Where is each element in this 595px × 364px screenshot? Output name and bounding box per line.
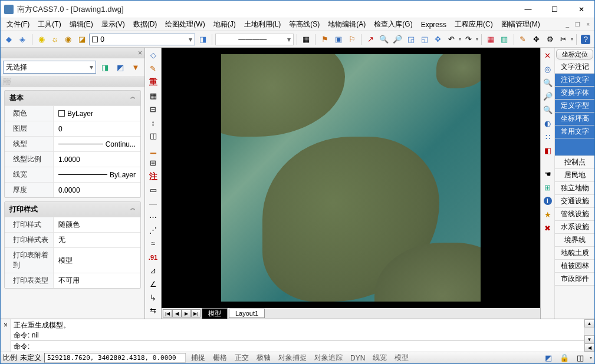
window-minimize[interactable]: —	[515, 1, 541, 18]
category-tab[interactable]: 坐标定位	[556, 49, 593, 59]
vt-join-icon[interactable]: ⊟	[147, 102, 160, 115]
save-icon[interactable]: ▣	[332, 33, 344, 46]
vt-ellipsis-icon[interactable]: ⋰	[147, 224, 160, 237]
vt-p4-icon[interactable]: ⇆	[147, 305, 160, 317]
layer-dropdown[interactable]: 0 ▾	[89, 34, 195, 45]
rv-zoom1-icon[interactable]: 🔍	[541, 76, 554, 89]
vt-p3-icon[interactable]: ↳	[147, 291, 160, 304]
mdi-minimize[interactable]: _	[564, 21, 572, 28]
menu-file[interactable]: 文件(F)	[3, 18, 33, 31]
ritem-coord-elev[interactable]: 坐标坪高	[555, 112, 594, 125]
ritem-vegetation[interactable]: 植被园林	[555, 260, 594, 273]
rv-dots-icon[interactable]: ∷	[541, 130, 554, 143]
sb-polar[interactable]: 极轴	[254, 352, 273, 363]
rv-zoom2-icon[interactable]: 🔎	[541, 90, 554, 102]
menu-contour[interactable]: 等高线(S)	[285, 18, 323, 31]
trim-icon[interactable]: ✂	[557, 33, 570, 46]
menu-check[interactable]: 检查入库(G)	[370, 18, 416, 31]
section-basic-header[interactable]: 基本	[5, 91, 140, 105]
window-close[interactable]: ✕	[568, 1, 594, 18]
zoom-window-icon[interactable]: ◲	[405, 33, 418, 46]
menu-express[interactable]: Express	[418, 19, 450, 30]
vt-grid-icon[interactable]: ▦	[147, 90, 160, 102]
lock-icon[interactable]: ◉	[62, 33, 74, 46]
command-close-icon[interactable]: ×	[1, 319, 11, 352]
section-print-header[interactable]: 打印样式	[5, 202, 140, 217]
grid-icon[interactable]: ▦	[300, 33, 313, 46]
text-group-header[interactable]: 文字注记	[555, 61, 594, 74]
layer-states-icon[interactable]: ◈	[17, 33, 29, 46]
scroll-left-icon[interactable]: ◀	[584, 343, 594, 352]
menu-sheet[interactable]: 图幅管理(M)	[498, 18, 544, 31]
gear-icon[interactable]: ⚙	[544, 33, 556, 46]
panel-close-icon[interactable]: ×	[138, 49, 142, 57]
ritem-terrain[interactable]: 地貌土质	[555, 247, 594, 260]
rv-target-icon[interactable]: ✕	[541, 49, 554, 62]
vt-p1-icon[interactable]: ⊿	[147, 264, 160, 277]
sb-otrack[interactable]: 对象追踪	[312, 352, 345, 363]
sb-model[interactable]: 模型	[392, 352, 411, 363]
bulb-icon[interactable]: ◉	[35, 33, 48, 46]
drawing-canvas[interactable]	[162, 48, 540, 308]
vt-brush-icon[interactable]: ✎	[147, 62, 160, 75]
rv-info-icon[interactable]: i	[541, 194, 554, 207]
menu-view[interactable]: 显示(V)	[98, 18, 129, 31]
tab-nav-first[interactable]: |◀	[163, 309, 172, 317]
vt-chong[interactable]: 重	[147, 76, 160, 89]
tab-nav-next[interactable]: ▶	[182, 309, 191, 317]
vt-num[interactable]: .91	[147, 251, 160, 264]
sb-grid[interactable]: 栅格	[211, 352, 229, 363]
flag2-icon[interactable]: ⚐	[346, 33, 358, 46]
rv-globe-icon[interactable]: ◎	[541, 62, 554, 75]
mdi-restore[interactable]: ❐	[573, 21, 583, 28]
rv-blue-icon[interactable]: ◐	[541, 117, 554, 130]
scroll-down-icon[interactable]: ▼	[584, 335, 594, 343]
menu-tools[interactable]: 工具(T)	[34, 18, 64, 31]
tab-nav-last[interactable]: ▶|	[191, 309, 200, 317]
layer-manager-icon[interactable]: ◆	[3, 33, 15, 46]
ritem-boundary[interactable]: 境界线	[555, 234, 594, 247]
sb-dyn[interactable]: DYN	[348, 353, 367, 363]
measure-icon[interactable]: ↗	[364, 33, 377, 46]
menu-app[interactable]: 工程应用(C)	[451, 18, 497, 31]
command-scrollbar[interactable]: ▲ ▼ ◀	[584, 319, 594, 352]
vt-box-icon[interactable]: ◫	[147, 130, 160, 143]
rv-x-icon[interactable]: ✖	[541, 221, 554, 234]
ritem-annotate-text[interactable]: 注记文字	[555, 74, 594, 87]
ritem-residence[interactable]: 居民地	[555, 169, 594, 182]
undo-icon[interactable]: ↶	[445, 33, 458, 46]
vt-grid2-icon[interactable]: ⊞	[147, 157, 160, 170]
ritem-pipeline[interactable]: 管线设施	[555, 208, 594, 221]
layer-tool-icon[interactable]: ◪	[75, 33, 88, 46]
zoom-in-icon[interactable]: 🔍	[378, 33, 390, 46]
vt-line-icon[interactable]: —	[147, 197, 160, 210]
rv-hand-icon[interactable]: ☚	[541, 167, 554, 180]
help-icon[interactable]: ?	[580, 33, 592, 46]
rv-field-icon[interactable]: ⊞	[541, 181, 554, 194]
vt-arrow-icon[interactable]: ↕	[147, 116, 160, 129]
menu-edit[interactable]: 编辑(E)	[66, 18, 97, 31]
command-input[interactable]	[29, 342, 581, 350]
menu-landuse[interactable]: 土地利用(L)	[241, 18, 285, 31]
vt-select-icon[interactable]: ◇	[147, 49, 160, 62]
vt-zhu[interactable]: 注	[147, 170, 160, 183]
menu-feature-edit[interactable]: 地物编辑(A)	[324, 18, 369, 31]
scroll-up-icon[interactable]: ▲	[584, 319, 594, 327]
sb-tray3-icon[interactable]: ◫	[574, 352, 587, 365]
ritem-municipal[interactable]: 市政部件	[555, 273, 594, 286]
filter-icon[interactable]: ▼	[129, 61, 142, 74]
layer-prev-icon[interactable]: ◨	[196, 33, 209, 46]
move-icon[interactable]: ✥	[530, 33, 543, 46]
sb-snap[interactable]: 捕捉	[189, 352, 208, 363]
select-similar-icon[interactable]: ◩	[114, 61, 127, 74]
window-maximize[interactable]: ☐	[541, 1, 568, 18]
sb-lwt[interactable]: 线宽	[370, 352, 389, 363]
rv-star-icon[interactable]: ★	[541, 208, 554, 221]
vt-rect-icon[interactable]: ▭	[147, 183, 160, 196]
linewidth-dropdown[interactable]: ———— ▾	[215, 34, 294, 45]
rv-zoom3-icon[interactable]: 🔍	[541, 103, 554, 116]
tab-nav-prev[interactable]: ◀	[172, 309, 182, 317]
tab-layout1[interactable]: Layout1	[229, 309, 265, 318]
vt-tilde-icon[interactable]: ≈	[147, 237, 160, 250]
vt-p2-icon[interactable]: ∠	[147, 277, 160, 290]
